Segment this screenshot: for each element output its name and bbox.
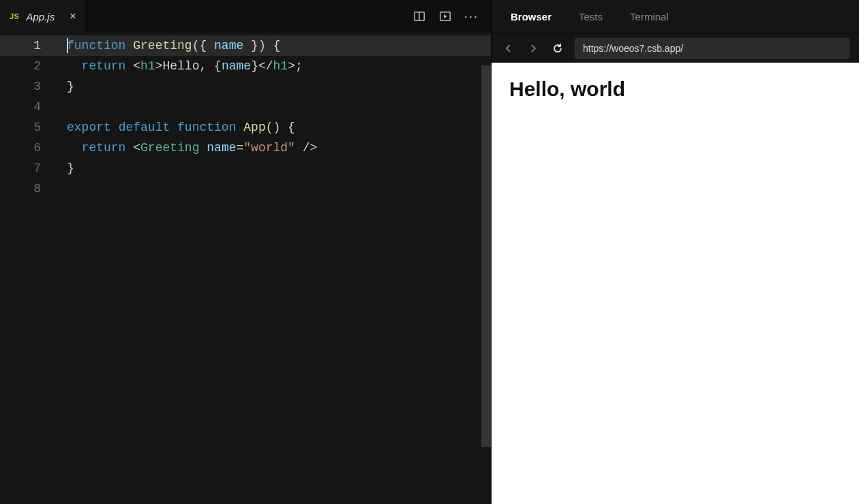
code-editor[interactable]: 12345678 function Greeting({ name }) { r… [0,33,491,504]
file-tab-app-js[interactable]: JS App.js × [0,0,87,33]
preview-tab-browser[interactable]: Browser [511,11,552,22]
code-token: = [237,141,244,155]
browser-viewport: Hello, world [492,63,859,504]
tab-bar-actions: ··· [412,0,491,33]
code-token: App [243,121,265,134]
code-line[interactable]: function Greeting({ name }) { [60,35,491,56]
code-token: h1 [273,59,288,73]
code-token: /> [303,141,318,155]
more-actions-icon[interactable]: ··· [464,10,479,24]
code-line[interactable]: export default function App() { [60,117,491,138]
code-token: default [119,121,170,134]
code-token: export [67,121,111,134]
code-token: >; [288,59,303,73]
code-token [295,141,303,155]
code-token: } [67,80,74,93]
code-token: } [67,161,74,175]
code-token [125,59,133,73]
code-token [236,121,243,134]
preview-tab-bar: BrowserTestsTerminal [492,0,859,33]
nav-back-icon[interactable] [501,41,516,56]
code-token [67,141,82,155]
line-number: 7 [0,158,60,178]
tab-bar-spacer [87,0,412,33]
code-token: function [67,39,125,52]
line-number: 6 [0,138,60,158]
js-file-icon: JS [10,12,19,20]
line-number: 2 [0,56,60,76]
code-token: name [222,59,251,73]
code-token: </ [258,59,273,73]
code-token: h1 [140,59,155,73]
code-token: Hello, [162,59,214,73]
code-token: Greeting [133,39,192,52]
code-token: name [207,141,236,155]
line-number: 1 [0,35,60,56]
output-heading: Hello, world [509,78,841,101]
file-tab-label: App.js [26,11,55,22]
code-line[interactable]: return <Greeting name="world" /> [60,138,491,158]
code-token [170,121,177,134]
code-token: ({ [192,39,214,52]
text-cursor [67,38,68,53]
code-content[interactable]: function Greeting({ name }) { return <h1… [60,33,491,504]
code-token: < [133,59,140,73]
line-number: 3 [0,76,60,97]
run-preview-icon[interactable] [438,10,452,23]
code-token: > [155,59,163,73]
code-token: { [214,59,222,73]
preview-pane: BrowserTestsTerminal Hello, world [491,0,859,504]
url-input[interactable] [575,38,849,59]
reload-icon[interactable] [550,41,565,56]
browser-address-bar [492,33,859,63]
code-token [125,141,133,155]
code-token: < [133,141,140,155]
code-token [67,59,82,73]
code-token: return [82,141,126,155]
code-token [199,141,207,155]
code-token [125,39,133,52]
editor-pane: JS App.js × ··· 12345678 function Greeti… [0,0,491,504]
preview-tab-terminal[interactable]: Terminal [630,11,669,22]
code-token: () { [266,121,295,134]
preview-tab-tests[interactable]: Tests [579,11,603,22]
svg-marker-3 [444,14,447,18]
code-line[interactable]: } [60,76,491,97]
code-line[interactable]: return <h1>Hello, {name}</h1>; [60,56,491,76]
code-token: } [251,59,258,73]
nav-forward-icon[interactable] [526,41,541,56]
close-tab-icon[interactable]: × [70,11,76,22]
line-number: 4 [0,97,60,117]
editor-tab-bar: JS App.js × ··· [0,0,491,33]
line-number: 8 [0,178,60,199]
code-token: function [177,121,236,134]
line-number-gutter: 12345678 [0,33,60,504]
code-token: return [82,59,126,73]
line-number: 5 [0,117,60,138]
code-token: "world" [243,141,295,155]
code-token [111,121,119,134]
vertical-scrollbar[interactable] [481,65,491,447]
scrollbar-thumb[interactable] [481,65,491,447]
code-line[interactable] [60,97,491,117]
split-editor-icon[interactable] [412,10,426,23]
code-line[interactable]: } [60,158,491,178]
code-token: name [214,39,243,52]
code-token: Greeting [140,141,199,155]
code-line[interactable] [60,178,491,199]
code-token: }) { [243,39,280,52]
